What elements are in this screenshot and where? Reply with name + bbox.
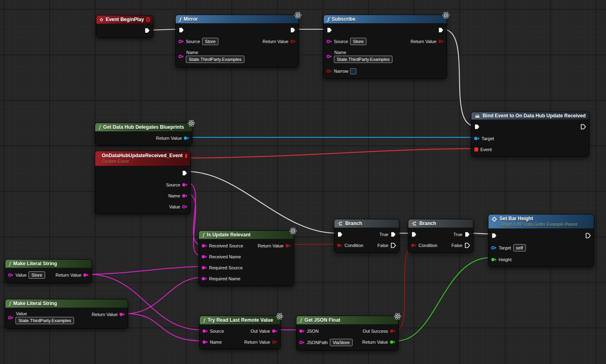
pin-label: False [377,243,388,248]
node-header: ƒ Mirror [176,15,299,24]
narrow-pin[interactable] [327,69,332,73]
name-out-pin[interactable] [182,194,187,197]
delegate-pin[interactable] [146,17,150,22]
node-event-beginplay[interactable]: Event BeginPlay [96,15,153,38]
graph-canvas[interactable]: Event BeginPlay ƒ Mirror Source Store Na… [0,0,606,364]
exec-in-pin[interactable] [337,232,343,237]
value-pin[interactable] [8,316,13,319]
exec-in-pin[interactable] [179,27,184,33]
wire-exec-subscribe-bindevent[interactable] [443,29,475,126]
node-custom-event[interactable]: OnDataHubUpdateReceived_Event Custom Eve… [95,151,191,214]
true-exec-pin[interactable] [464,232,470,237]
node-set-bar-height[interactable]: Set Bar Height Target is BP Data Getter … [488,214,594,267]
required-source-pin[interactable] [202,266,207,269]
pin-label: Required Name [209,276,240,281]
node-mirror[interactable]: ƒ Mirror Source Store Name State.ThirdPa… [175,15,299,67]
exec-in-pin[interactable] [474,124,480,130]
node-bind-event[interactable]: Bind Event to On Data Hub Update Receive… [471,112,589,157]
required-name-pin[interactable] [202,277,207,280]
exec-out-pin[interactable] [585,233,591,238]
wire-bool-isrelevant-branch1[interactable] [292,244,336,245]
true-exec-pin[interactable] [390,232,396,237]
return-value-pin[interactable] [390,340,395,344]
target-pin[interactable] [474,137,480,140]
wire-string-store-requiredsource[interactable] [88,266,201,274]
pin-label: Name [334,50,392,55]
value-out-pin[interactable] [182,205,187,208]
function-icon: ƒ [179,17,181,22]
exec-out-pin[interactable] [182,170,187,176]
pin-label: Condition [344,243,363,248]
delegate-pin[interactable] [185,154,187,158]
name-value-field[interactable]: State.ThirdParty.Examples [334,56,392,63]
wire-float-returnvalue-height[interactable] [397,258,490,341]
condition-pin[interactable] [337,244,342,247]
condition-pin[interactable] [411,244,416,247]
node-make-literal-string-2[interactable]: ƒ Make Literal String Value State.ThirdP… [5,299,128,329]
exec-in-pin[interactable] [327,27,332,33]
json-pin[interactable] [299,329,305,333]
function-badge-icon [187,119,195,127]
value-pin[interactable] [8,273,13,277]
pin-label: Return Value [56,273,81,277]
node-subscribe[interactable]: ƒ Subscribe Source Store Name State.Thir… [323,15,447,79]
return-value-pin[interactable] [438,40,444,43]
event-diamond-icon [98,154,99,159]
return-value-pin[interactable] [286,244,291,247]
pin-label: Return Value [92,312,118,317]
false-exec-pin[interactable] [464,243,470,248]
source-pin[interactable] [327,40,332,43]
source-pin[interactable] [203,329,208,333]
node-get-data-hub-delegates[interactable]: ƒ Get Data Hub Delegates Blueprints Retu… [95,123,192,145]
wire-delegate-customevent-bindevent[interactable] [186,149,474,158]
function-badge-icon [442,11,450,19]
false-exec-pin[interactable] [390,243,396,248]
node-branch-1[interactable]: Branch Condition True False [334,219,399,253]
jsonpath-pin[interactable] [299,341,305,344]
target-pin[interactable] [491,246,497,249]
value-field[interactable]: State.ThirdParty.Examples [15,317,74,324]
event-delegate-pin[interactable] [474,147,478,152]
name-value-field[interactable]: State.ThirdParty.Examples [186,56,244,63]
name-pin[interactable] [179,55,184,58]
exec-out-pin[interactable] [580,124,586,130]
jsonpath-value-field[interactable]: ViaStore [330,339,353,346]
out-value-pin[interactable] [272,329,277,333]
return-value-pin[interactable] [272,340,277,344]
node-make-literal-string-1[interactable]: ƒ Make Literal String Value Store Return… [5,259,92,283]
source-out-pin[interactable] [182,183,187,186]
source-pin[interactable] [179,40,184,43]
out-success-pin[interactable] [390,329,395,333]
return-value-pin[interactable] [290,40,296,43]
node-title: Branch [419,221,436,226]
height-pin[interactable] [491,258,497,261]
node-try-read-last-remote-value[interactable]: ƒ Try Read Last Remote Value Source Name… [199,316,281,349]
name-pin[interactable] [327,55,332,58]
received-name-pin[interactable] [202,255,207,258]
narrow-checkbox[interactable] [350,68,356,74]
pin-label: Out Success [363,329,388,334]
pin-label: Return Value [263,39,288,44]
node-get-json-float[interactable]: ƒ Get JSON Float JSON JSONPath ViaStore … [296,316,399,351]
exec-out-pin[interactable] [144,28,150,33]
value-field[interactable]: Store [28,271,45,279]
exec-in-pin[interactable] [491,233,497,238]
received-source-pin[interactable] [202,244,207,247]
return-value-pin[interactable] [120,313,125,316]
wire-exec-customevent-branch1[interactable] [187,171,336,233]
node-title: Event BeginPlay [106,17,144,22]
wire-string-examples-requiredname[interactable] [126,277,201,314]
exec-out-pin[interactable] [438,27,444,33]
node-branch-2[interactable]: Branch Condition True False [408,219,473,253]
event-diamond-icon [492,217,497,222]
source-value-field[interactable]: Store [350,38,366,45]
target-value-field[interactable]: self [513,244,526,251]
node-is-update-relevant[interactable]: ƒ Is Update Relevant Received Source Rec… [198,230,294,286]
pin-label: Return Value [244,340,270,344]
source-value-field[interactable]: Store [202,38,218,45]
exec-out-pin[interactable] [290,27,296,33]
name-pin[interactable] [203,340,208,344]
return-value-pin[interactable] [184,136,189,140]
exec-in-pin[interactable] [411,232,417,237]
return-value-pin[interactable] [83,273,89,277]
